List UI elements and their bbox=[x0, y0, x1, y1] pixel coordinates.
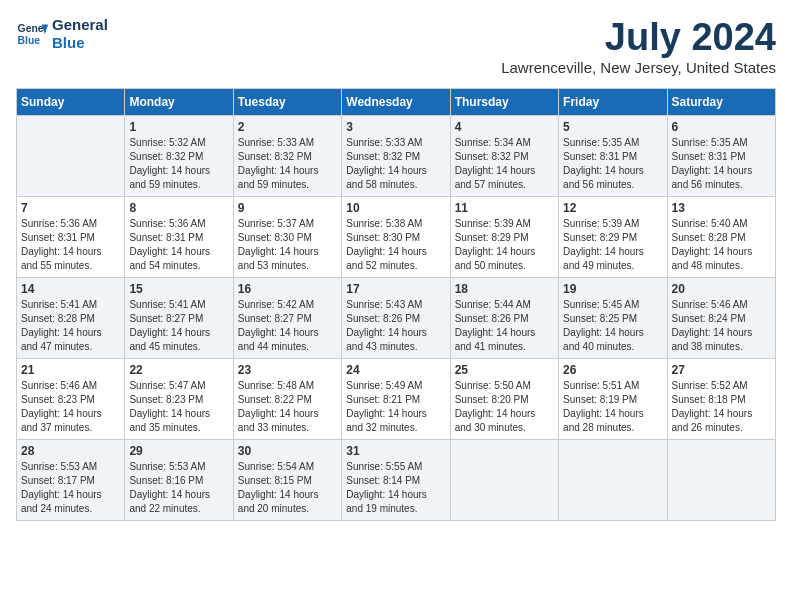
day-info: Sunrise: 5:46 AM Sunset: 8:24 PM Dayligh… bbox=[672, 298, 771, 354]
day-info: Sunrise: 5:35 AM Sunset: 8:31 PM Dayligh… bbox=[563, 136, 662, 192]
logo-text: GeneralBlue bbox=[52, 16, 108, 52]
day-number: 10 bbox=[346, 201, 445, 215]
calendar-cell: 16Sunrise: 5:42 AM Sunset: 8:27 PM Dayli… bbox=[233, 278, 341, 359]
calendar-cell bbox=[17, 116, 125, 197]
calendar-cell: 29Sunrise: 5:53 AM Sunset: 8:16 PM Dayli… bbox=[125, 440, 233, 521]
header-friday: Friday bbox=[559, 89, 667, 116]
calendar-cell: 30Sunrise: 5:54 AM Sunset: 8:15 PM Dayli… bbox=[233, 440, 341, 521]
header-tuesday: Tuesday bbox=[233, 89, 341, 116]
calendar-cell: 19Sunrise: 5:45 AM Sunset: 8:25 PM Dayli… bbox=[559, 278, 667, 359]
day-info: Sunrise: 5:41 AM Sunset: 8:28 PM Dayligh… bbox=[21, 298, 120, 354]
calendar-table: SundayMondayTuesdayWednesdayThursdayFrid… bbox=[16, 88, 776, 521]
calendar-cell: 24Sunrise: 5:49 AM Sunset: 8:21 PM Dayli… bbox=[342, 359, 450, 440]
day-info: Sunrise: 5:41 AM Sunset: 8:27 PM Dayligh… bbox=[129, 298, 228, 354]
day-number: 17 bbox=[346, 282, 445, 296]
calendar-cell: 22Sunrise: 5:47 AM Sunset: 8:23 PM Dayli… bbox=[125, 359, 233, 440]
day-info: Sunrise: 5:54 AM Sunset: 8:15 PM Dayligh… bbox=[238, 460, 337, 516]
month-year-title: July 2024 bbox=[501, 16, 776, 59]
day-number: 9 bbox=[238, 201, 337, 215]
day-info: Sunrise: 5:36 AM Sunset: 8:31 PM Dayligh… bbox=[129, 217, 228, 273]
day-number: 28 bbox=[21, 444, 120, 458]
calendar-cell: 28Sunrise: 5:53 AM Sunset: 8:17 PM Dayli… bbox=[17, 440, 125, 521]
title-area: July 2024 Lawrenceville, New Jersey, Uni… bbox=[501, 16, 776, 76]
day-number: 14 bbox=[21, 282, 120, 296]
day-info: Sunrise: 5:43 AM Sunset: 8:26 PM Dayligh… bbox=[346, 298, 445, 354]
calendar-cell: 15Sunrise: 5:41 AM Sunset: 8:27 PM Dayli… bbox=[125, 278, 233, 359]
day-info: Sunrise: 5:36 AM Sunset: 8:31 PM Dayligh… bbox=[21, 217, 120, 273]
day-info: Sunrise: 5:38 AM Sunset: 8:30 PM Dayligh… bbox=[346, 217, 445, 273]
calendar-week-row: 1Sunrise: 5:32 AM Sunset: 8:32 PM Daylig… bbox=[17, 116, 776, 197]
header-monday: Monday bbox=[125, 89, 233, 116]
day-number: 4 bbox=[455, 120, 554, 134]
header-saturday: Saturday bbox=[667, 89, 775, 116]
day-number: 21 bbox=[21, 363, 120, 377]
day-info: Sunrise: 5:33 AM Sunset: 8:32 PM Dayligh… bbox=[238, 136, 337, 192]
day-number: 15 bbox=[129, 282, 228, 296]
calendar-cell: 1Sunrise: 5:32 AM Sunset: 8:32 PM Daylig… bbox=[125, 116, 233, 197]
day-info: Sunrise: 5:39 AM Sunset: 8:29 PM Dayligh… bbox=[455, 217, 554, 273]
day-number: 2 bbox=[238, 120, 337, 134]
day-number: 1 bbox=[129, 120, 228, 134]
day-number: 16 bbox=[238, 282, 337, 296]
header-wednesday: Wednesday bbox=[342, 89, 450, 116]
calendar-cell: 4Sunrise: 5:34 AM Sunset: 8:32 PM Daylig… bbox=[450, 116, 558, 197]
calendar-week-row: 21Sunrise: 5:46 AM Sunset: 8:23 PM Dayli… bbox=[17, 359, 776, 440]
day-number: 6 bbox=[672, 120, 771, 134]
calendar-cell: 25Sunrise: 5:50 AM Sunset: 8:20 PM Dayli… bbox=[450, 359, 558, 440]
header-thursday: Thursday bbox=[450, 89, 558, 116]
day-info: Sunrise: 5:33 AM Sunset: 8:32 PM Dayligh… bbox=[346, 136, 445, 192]
header: General Blue GeneralBlue July 2024 Lawre… bbox=[16, 16, 776, 76]
calendar-cell bbox=[559, 440, 667, 521]
calendar-cell: 7Sunrise: 5:36 AM Sunset: 8:31 PM Daylig… bbox=[17, 197, 125, 278]
day-info: Sunrise: 5:51 AM Sunset: 8:19 PM Dayligh… bbox=[563, 379, 662, 435]
day-number: 18 bbox=[455, 282, 554, 296]
calendar-cell: 2Sunrise: 5:33 AM Sunset: 8:32 PM Daylig… bbox=[233, 116, 341, 197]
calendar-cell: 11Sunrise: 5:39 AM Sunset: 8:29 PM Dayli… bbox=[450, 197, 558, 278]
day-number: 31 bbox=[346, 444, 445, 458]
calendar-cell: 17Sunrise: 5:43 AM Sunset: 8:26 PM Dayli… bbox=[342, 278, 450, 359]
calendar-cell: 13Sunrise: 5:40 AM Sunset: 8:28 PM Dayli… bbox=[667, 197, 775, 278]
day-number: 8 bbox=[129, 201, 228, 215]
calendar-cell: 21Sunrise: 5:46 AM Sunset: 8:23 PM Dayli… bbox=[17, 359, 125, 440]
day-number: 24 bbox=[346, 363, 445, 377]
calendar-cell: 14Sunrise: 5:41 AM Sunset: 8:28 PM Dayli… bbox=[17, 278, 125, 359]
day-number: 5 bbox=[563, 120, 662, 134]
day-number: 22 bbox=[129, 363, 228, 377]
calendar-cell: 5Sunrise: 5:35 AM Sunset: 8:31 PM Daylig… bbox=[559, 116, 667, 197]
day-info: Sunrise: 5:40 AM Sunset: 8:28 PM Dayligh… bbox=[672, 217, 771, 273]
calendar-cell: 18Sunrise: 5:44 AM Sunset: 8:26 PM Dayli… bbox=[450, 278, 558, 359]
day-info: Sunrise: 5:35 AM Sunset: 8:31 PM Dayligh… bbox=[672, 136, 771, 192]
day-number: 23 bbox=[238, 363, 337, 377]
day-info: Sunrise: 5:32 AM Sunset: 8:32 PM Dayligh… bbox=[129, 136, 228, 192]
calendar-cell: 31Sunrise: 5:55 AM Sunset: 8:14 PM Dayli… bbox=[342, 440, 450, 521]
day-number: 26 bbox=[563, 363, 662, 377]
calendar-cell: 3Sunrise: 5:33 AM Sunset: 8:32 PM Daylig… bbox=[342, 116, 450, 197]
day-number: 20 bbox=[672, 282, 771, 296]
day-info: Sunrise: 5:39 AM Sunset: 8:29 PM Dayligh… bbox=[563, 217, 662, 273]
svg-text:Blue: Blue bbox=[18, 35, 41, 46]
location-subtitle: Lawrenceville, New Jersey, United States bbox=[501, 59, 776, 76]
calendar-cell: 12Sunrise: 5:39 AM Sunset: 8:29 PM Dayli… bbox=[559, 197, 667, 278]
calendar-cell: 8Sunrise: 5:36 AM Sunset: 8:31 PM Daylig… bbox=[125, 197, 233, 278]
day-number: 30 bbox=[238, 444, 337, 458]
calendar-week-row: 7Sunrise: 5:36 AM Sunset: 8:31 PM Daylig… bbox=[17, 197, 776, 278]
day-number: 7 bbox=[21, 201, 120, 215]
day-info: Sunrise: 5:45 AM Sunset: 8:25 PM Dayligh… bbox=[563, 298, 662, 354]
day-info: Sunrise: 5:50 AM Sunset: 8:20 PM Dayligh… bbox=[455, 379, 554, 435]
calendar-header-row: SundayMondayTuesdayWednesdayThursdayFrid… bbox=[17, 89, 776, 116]
day-number: 29 bbox=[129, 444, 228, 458]
header-sunday: Sunday bbox=[17, 89, 125, 116]
day-info: Sunrise: 5:47 AM Sunset: 8:23 PM Dayligh… bbox=[129, 379, 228, 435]
day-number: 3 bbox=[346, 120, 445, 134]
day-info: Sunrise: 5:42 AM Sunset: 8:27 PM Dayligh… bbox=[238, 298, 337, 354]
calendar-cell: 9Sunrise: 5:37 AM Sunset: 8:30 PM Daylig… bbox=[233, 197, 341, 278]
calendar-cell: 6Sunrise: 5:35 AM Sunset: 8:31 PM Daylig… bbox=[667, 116, 775, 197]
day-info: Sunrise: 5:46 AM Sunset: 8:23 PM Dayligh… bbox=[21, 379, 120, 435]
day-info: Sunrise: 5:44 AM Sunset: 8:26 PM Dayligh… bbox=[455, 298, 554, 354]
calendar-week-row: 28Sunrise: 5:53 AM Sunset: 8:17 PM Dayli… bbox=[17, 440, 776, 521]
day-info: Sunrise: 5:53 AM Sunset: 8:17 PM Dayligh… bbox=[21, 460, 120, 516]
calendar-cell: 27Sunrise: 5:52 AM Sunset: 8:18 PM Dayli… bbox=[667, 359, 775, 440]
day-info: Sunrise: 5:48 AM Sunset: 8:22 PM Dayligh… bbox=[238, 379, 337, 435]
calendar-cell bbox=[450, 440, 558, 521]
calendar-cell bbox=[667, 440, 775, 521]
